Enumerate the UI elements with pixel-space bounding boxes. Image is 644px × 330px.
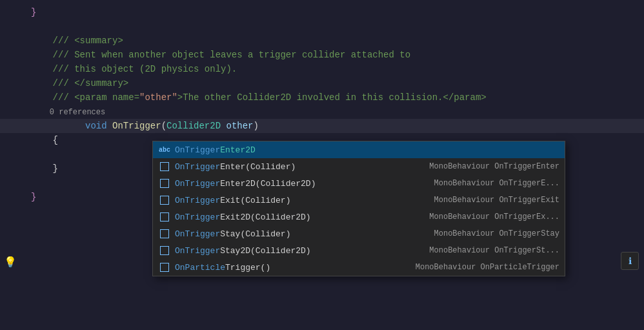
autocomplete-item-name: OnTriggerStay(Collider) bbox=[175, 229, 424, 239]
ac-icon-box bbox=[158, 177, 171, 190]
code-line: /// </summary> bbox=[0, 76, 644, 90]
lightbulb-icon[interactable]: 💡 bbox=[4, 256, 17, 269]
ac-icon-box bbox=[158, 211, 171, 223]
autocomplete-item[interactable]: OnTriggerEnter(Collider) MonoBehaviour O… bbox=[153, 158, 565, 175]
autocomplete-item-detail: MonoBehaviour OnTriggerEnter bbox=[419, 162, 559, 171]
autocomplete-item[interactable]: OnTriggerEnter2D(Collider2D) MonoBehavio… bbox=[153, 175, 565, 192]
autocomplete-item-detail: MonoBehaviour OnTriggerE... bbox=[424, 179, 559, 188]
current-code-line: 💡 void OnTrigger(Collider2D other) bbox=[0, 119, 644, 133]
ac-icon-box bbox=[158, 160, 171, 173]
autocomplete-item[interactable]: abc OnTriggerEnter2D bbox=[153, 141, 565, 158]
autocomplete-item-name: OnTriggerExit2D(Collider2D) bbox=[175, 212, 419, 222]
autocomplete-item-detail: MonoBehaviour OnTriggerStay bbox=[424, 229, 559, 238]
info-button[interactable]: ℹ bbox=[621, 252, 639, 270]
autocomplete-item-name: OnTriggerEnter2D(Collider2D) bbox=[175, 179, 424, 189]
ac-icon-box bbox=[158, 194, 171, 207]
autocomplete-item[interactable]: OnTriggerExit2D(Collider2D) MonoBehaviou… bbox=[153, 209, 565, 225]
autocomplete-item[interactable]: OnParticleTrigger() MonoBehaviour OnPart… bbox=[153, 259, 565, 276]
autocomplete-item-name: OnTriggerExit(Collider) bbox=[175, 196, 424, 205]
autocomplete-item-detail: MonoBehaviour OnTriggerExit bbox=[424, 196, 559, 205]
autocomplete-item-name: OnParticleTrigger() bbox=[175, 263, 405, 273]
autocomplete-item-detail: MonoBehaviour OnParticleTrigger bbox=[405, 263, 559, 272]
ac-icon-abc: abc bbox=[158, 143, 171, 156]
code-line: /// Sent when another object leaves a tr… bbox=[0, 48, 644, 62]
autocomplete-item-detail: MonoBehaviour OnTriggerSt... bbox=[419, 246, 559, 255]
code-line: /// <summary> bbox=[0, 34, 644, 48]
ac-icon-box bbox=[158, 227, 171, 240]
autocomplete-item[interactable]: OnTriggerStay(Collider) MonoBehaviour On… bbox=[153, 225, 565, 242]
autocomplete-dropdown[interactable]: abc OnTriggerEnter2D OnTriggerEnter(Coll… bbox=[152, 141, 565, 276]
autocomplete-item[interactable]: OnTriggerStay2D(Collider2D) MonoBehaviou… bbox=[153, 242, 565, 259]
code-line: /// this object (2D physics only). bbox=[0, 62, 644, 76]
ac-icon-box bbox=[158, 261, 171, 274]
code-line: } bbox=[0, 5, 644, 19]
autocomplete-item-name: OnTriggerEnter(Collider) bbox=[175, 162, 419, 172]
ac-icon-box bbox=[158, 244, 171, 257]
code-line bbox=[0, 19, 644, 34]
autocomplete-item-name: OnTriggerEnter2D bbox=[175, 145, 549, 155]
autocomplete-item-name: OnTriggerStay2D(Collider2D) bbox=[175, 246, 419, 256]
autocomplete-item-detail: MonoBehaviour OnTriggerEx... bbox=[419, 212, 559, 222]
autocomplete-item[interactable]: OnTriggerExit(Collider) MonoBehaviour On… bbox=[153, 192, 565, 209]
info-icon: ℹ bbox=[629, 256, 632, 267]
code-editor: } /// <summary> /// Sent when another ob… bbox=[0, 0, 644, 330]
code-line: /// <param name="other">The other Collid… bbox=[0, 90, 644, 105]
